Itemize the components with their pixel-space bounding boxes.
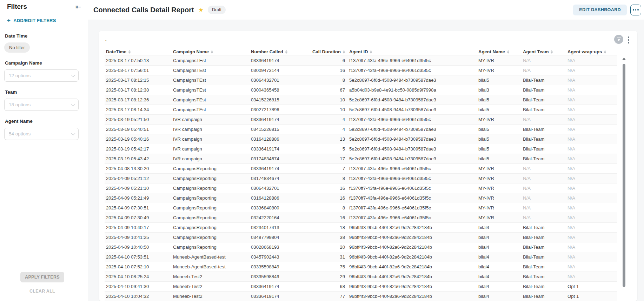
table-cell: 2025-04-09 10:40:17 (105, 225, 172, 230)
dashboard-more-menu-button[interactable] (630, 5, 641, 15)
sort-icon[interactable] (507, 50, 509, 54)
page-header: Connected Calls Detail Report ★ Draft ED… (88, 0, 644, 20)
table-cell: N/A (565, 245, 617, 250)
table-row: 2025-03-17 08:14:34CampaignsTEst03027217… (105, 105, 617, 115)
campaign-name-select[interactable]: 12 options (4, 69, 79, 82)
add-edit-filters-button[interactable]: + ADD/EDIT FILTERS (7, 18, 56, 24)
column-header-agent-team[interactable]: Agent Team (520, 48, 565, 55)
filter-label: Team (5, 89, 79, 95)
draft-status-badge: Draft (208, 6, 226, 14)
table-cell: 96bff4f3-9bcb-440f-82a6-9d2c2842184b (345, 284, 476, 289)
sort-desc-icon (551, 52, 553, 54)
filter-section-agent-name: Agent Name54 options (4, 119, 79, 140)
filter-sections: Date TimeNo filterCampaign Name12 option… (4, 33, 79, 148)
table-cell: N/A (565, 87, 617, 93)
chevron-down-icon (71, 73, 75, 77)
filters-panel-title: Filters (7, 3, 27, 11)
column-header-label: Number Called (251, 49, 283, 54)
table-cell: 96bff4f3-9bcb-440f-82a6-9d2c2842184b (345, 245, 476, 250)
table-cell: 4 (302, 117, 345, 122)
column-header-number-called[interactable]: Number Called (250, 48, 302, 55)
table-cell: 03174834674 (250, 176, 302, 181)
sort-icon[interactable] (211, 50, 213, 54)
table-cell: Bilal-Team (520, 127, 565, 132)
sort-icon[interactable] (604, 50, 606, 54)
table-cell: 2025-03-19 05:40:51 (105, 127, 172, 132)
table-header-row: DateTimeCampaign NameNumber CalledCall D… (105, 48, 617, 55)
table-cell: N/A (565, 235, 617, 240)
table-body: 2025-03-17 07:50:13CampaignsTEst03336419… (105, 56, 617, 301)
apply-filters-button[interactable]: APPLY FILTERS (20, 272, 64, 282)
widget-filter-button[interactable] (614, 35, 623, 44)
table-cell: CampaignsReporting (172, 245, 250, 250)
table-cell: 03415226815 (250, 127, 302, 132)
table-cell: 03064432701 (250, 186, 302, 191)
sort-icon[interactable] (370, 50, 372, 54)
table-cell: N/A (565, 117, 617, 122)
table-row: 2025-04-10 08:25:24Muneeb-Test2033355988… (105, 272, 617, 282)
table-cell: N/A (520, 215, 565, 220)
table-cell: N/A (565, 195, 617, 201)
table-cell: 2025-03-17 07:50:13 (105, 58, 172, 63)
team-select[interactable]: 18 options (4, 99, 79, 111)
table-cell: 2025-04-09 05:21:49 (105, 195, 172, 201)
clear-all-button[interactable]: CLEAR ALL (0, 289, 85, 294)
table-cell: a5b04d03-b9e8-4e91-bc50-0885d9f7998a (345, 87, 476, 93)
sort-icon[interactable] (551, 50, 553, 54)
dot-icon (633, 9, 634, 11)
table-cell: bilal5 (476, 107, 520, 112)
column-header-datetime[interactable]: DateTime (105, 48, 172, 55)
table-vertical-scrollbar (623, 58, 625, 300)
filter-label: Campaign Name (5, 60, 79, 66)
table-cell: CampaignsReporting (172, 205, 250, 210)
table-cell: 2025-03-19 05:21:50 (105, 117, 172, 122)
scrollbar-thumb[interactable] (623, 64, 625, 287)
table-cell: 03164128886 (250, 195, 302, 201)
column-header-agent-wrap-ups[interactable]: Agent wrap-ups (565, 48, 617, 55)
column-header-agent-id[interactable]: Agent ID (345, 48, 476, 55)
table-cell: 29 (302, 274, 345, 279)
sort-icon[interactable] (285, 50, 287, 54)
table-cell: f1370ff7-43fa-496e-9966-e64061d35f5c (345, 215, 476, 220)
table-cell: Bilal-Team (520, 225, 565, 230)
table-cell: N/A (565, 186, 617, 191)
table-cell: bilal3 (476, 87, 520, 93)
edit-dashboard-button[interactable]: EDIT DASHBOARD (573, 5, 627, 15)
table-cell: 03487799804 (250, 235, 302, 240)
table-cell: 16 (302, 195, 345, 201)
table-cell: 03335598849 (250, 274, 302, 279)
favorite-star-icon[interactable]: ★ (198, 6, 204, 14)
agent-name-select[interactable]: 54 options (4, 128, 79, 140)
table-cell: bilal4 (476, 294, 520, 299)
table-cell: MY-IVR (476, 166, 520, 171)
table-cell: bilal5 (476, 97, 520, 102)
table-cell: N/A (565, 225, 617, 230)
table-cell: f1370ff7-43fa-496e-9966-e64061d35f5c (345, 205, 476, 210)
sort-icon[interactable] (128, 50, 131, 54)
scroll-up-arrow-icon[interactable] (622, 58, 626, 60)
table-cell: Bilal-Team (520, 245, 565, 250)
table-row: 2025-03-19 05:43:42IVR campaign031748346… (105, 154, 617, 164)
table-cell: 8 (302, 205, 345, 210)
table-cell: 77 (302, 294, 345, 299)
table-cell: 7 (302, 166, 345, 171)
widget-more-menu-button[interactable] (627, 35, 630, 45)
filter-section-date-time: Date TimeNo filter (4, 33, 79, 53)
table-cell: 75 (302, 264, 345, 269)
table-cell: Bilal-Team (520, 87, 565, 93)
column-header-campaign-name[interactable]: Campaign Name (172, 48, 250, 55)
column-header-agent-name[interactable]: Agent Name (476, 48, 520, 55)
table-cell: 2025-03-19 05:40:16 (105, 136, 172, 142)
collapse-sidebar-icon[interactable]: ⇤ (75, 4, 81, 10)
table-cell: bilal5 (476, 127, 520, 132)
table-cell: N/A (520, 166, 565, 171)
column-header-call-duration[interactable]: Call Duration (302, 48, 345, 55)
table-cell: 03004365458 (250, 87, 302, 93)
no-filter-chip[interactable]: No filter (4, 42, 30, 53)
table-cell: 03336419174 (250, 294, 302, 299)
table-cell: 5e2c8697-6f0d-4508-9484-b7309587dae3 (345, 97, 476, 102)
table-row: 2025-04-10 09:41:30Muneeb-Test2033364191… (105, 282, 617, 292)
table-cell: N/A (565, 127, 617, 132)
table-cell: 4 (302, 127, 345, 132)
dot-icon (635, 9, 637, 11)
